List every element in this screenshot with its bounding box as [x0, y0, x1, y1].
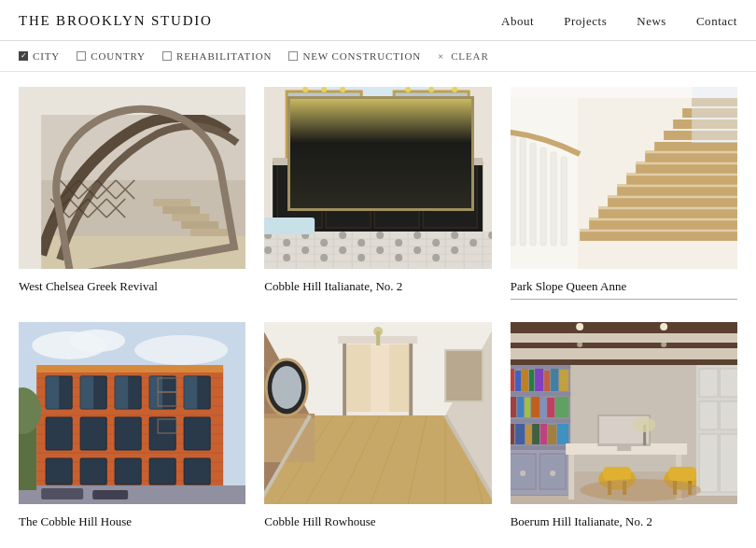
svg-rect-161 — [92, 490, 128, 499]
project-card-6[interactable]: Boerum Hill Italianate, No. 2 — [511, 322, 737, 530]
svg-rect-153 — [184, 458, 210, 485]
svg-rect-149 — [46, 458, 72, 485]
svg-rect-233 — [557, 424, 568, 444]
project-image-3[interactable] — [511, 87, 737, 269]
project-image-1[interactable] — [19, 87, 245, 269]
site-title: THE BROOKLYN STUDIO — [19, 13, 213, 29]
svg-rect-223 — [531, 397, 539, 417]
svg-rect-116 — [530, 143, 536, 246]
project-image-2[interactable] — [264, 87, 491, 269]
filter-new-construction-checkbox[interactable] — [288, 51, 298, 61]
svg-point-83 — [357, 254, 365, 261]
svg-point-45 — [452, 87, 457, 92]
project-card-1[interactable]: West Chelsea Greek Revival — [19, 87, 245, 300]
project-title-2: Cobble Hill Italianate, No. 2 — [264, 278, 491, 295]
svg-rect-254 — [699, 369, 718, 397]
svg-point-87 — [432, 254, 440, 261]
project-title-1: West Chelsea Greek Revival — [19, 278, 245, 295]
project-card-3[interactable]: Park Slope Queen Anne — [511, 87, 737, 300]
svg-rect-226 — [555, 397, 568, 417]
svg-rect-250 — [668, 467, 696, 481]
filter-country-checkbox[interactable] — [77, 51, 86, 61]
svg-rect-144 — [46, 417, 72, 450]
svg-rect-201 — [511, 322, 737, 333]
nav-projects[interactable]: Projects — [564, 14, 607, 29]
projects-main: West Chelsea Greek Revival — [0, 72, 756, 548]
svg-rect-19 — [153, 199, 190, 206]
svg-rect-31 — [374, 164, 419, 228]
svg-rect-221 — [517, 397, 524, 417]
project-title-5: Cobble Hill Rowhouse — [264, 513, 491, 530]
svg-rect-256 — [699, 401, 718, 429]
svg-rect-204 — [511, 333, 737, 343]
svg-rect-227 — [511, 424, 514, 444]
svg-point-42 — [340, 87, 345, 92]
project-image-4[interactable] — [19, 322, 245, 504]
svg-rect-110 — [626, 173, 737, 176]
project-card-4[interactable]: The Cobble Hill House — [19, 322, 245, 530]
svg-rect-118 — [551, 152, 556, 246]
nav-contact[interactable]: Contact — [696, 14, 737, 29]
svg-point-74 — [432, 239, 440, 246]
filter-city-label: CITY — [33, 50, 60, 62]
filter-rehabilitation[interactable]: REHABILITATION — [162, 50, 272, 62]
svg-rect-146 — [115, 417, 141, 450]
svg-rect-164 — [36, 365, 223, 372]
filter-clear-icon: × — [438, 50, 444, 62]
svg-rect-190 — [409, 341, 413, 415]
svg-point-262 — [576, 323, 583, 330]
svg-rect-229 — [525, 425, 531, 444]
svg-rect-232 — [548, 425, 556, 444]
svg-point-80 — [301, 246, 309, 254]
svg-rect-210 — [511, 419, 570, 423]
filter-city-checkbox[interactable] — [19, 51, 28, 61]
svg-line-18 — [106, 199, 125, 218]
svg-line-5 — [97, 180, 116, 199]
nav-about[interactable]: About — [501, 14, 534, 29]
project-card-5[interactable]: Cobble Hill Rowhouse — [264, 322, 491, 530]
svg-rect-106 — [589, 218, 737, 221]
svg-rect-217 — [544, 371, 550, 391]
filter-rehabilitation-checkbox[interactable] — [162, 51, 172, 61]
svg-point-72 — [395, 239, 402, 246]
svg-rect-32 — [423, 164, 477, 228]
filter-new-construction[interactable]: NEW CONSTRUCTION — [288, 50, 421, 62]
project-card-2[interactable]: Cobble Hill Italianate, No. 2 — [264, 87, 491, 300]
svg-rect-96 — [617, 187, 737, 196]
svg-rect-222 — [525, 398, 530, 417]
svg-rect-196 — [376, 331, 380, 345]
svg-point-43 — [405, 87, 411, 92]
project-image-6[interactable] — [511, 322, 737, 504]
svg-rect-117 — [540, 148, 546, 246]
svg-rect-255 — [720, 369, 737, 397]
svg-point-69 — [339, 232, 346, 239]
svg-rect-154 — [46, 376, 59, 409]
project-title-4: The Cobble Hill House — [19, 513, 245, 530]
svg-rect-211 — [511, 446, 570, 450]
svg-point-81 — [320, 254, 328, 261]
svg-point-266 — [580, 479, 701, 501]
filter-country[interactable]: COUNTRY — [77, 50, 146, 62]
svg-rect-148 — [184, 417, 210, 450]
svg-point-263 — [660, 323, 667, 330]
svg-point-261 — [633, 417, 655, 432]
svg-point-70 — [357, 239, 365, 246]
svg-rect-220 — [511, 397, 516, 417]
filter-clear-button[interactable]: × CLEAR — [438, 50, 491, 62]
svg-rect-246 — [603, 467, 631, 481]
nav-news[interactable]: News — [637, 14, 666, 29]
svg-rect-228 — [515, 424, 525, 444]
filter-city[interactable]: CITY — [19, 50, 60, 62]
svg-rect-156 — [115, 376, 128, 409]
svg-point-76 — [469, 239, 477, 246]
svg-rect-99 — [645, 153, 737, 162]
project-image-5[interactable] — [264, 322, 491, 504]
svg-rect-243 — [598, 443, 650, 446]
svg-rect-119 — [561, 157, 567, 246]
project-grid: West Chelsea Greek Revival — [19, 87, 737, 530]
svg-rect-205 — [511, 348, 737, 359]
svg-line-3 — [60, 180, 78, 199]
svg-line-4 — [78, 180, 97, 199]
svg-point-79 — [283, 254, 290, 261]
svg-rect-39 — [394, 91, 469, 157]
